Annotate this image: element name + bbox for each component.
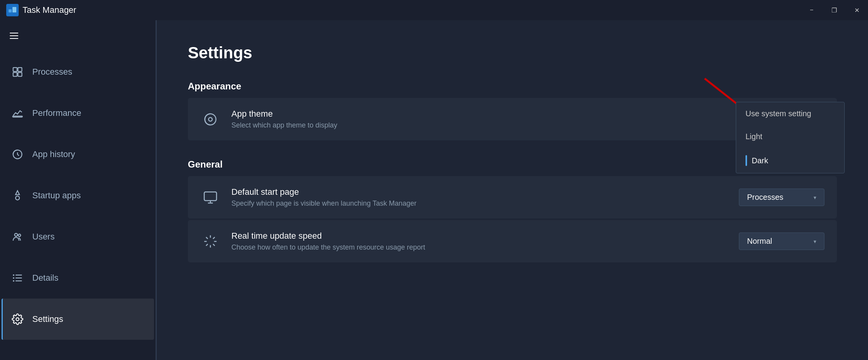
startup-apps-label: Startup apps [32, 190, 81, 201]
svg-point-9 [16, 196, 19, 200]
main-layout: Processes Performance App history [0, 20, 868, 360]
sidebar-item-processes[interactable]: Processes [2, 51, 154, 93]
theme-option-dark[interactable]: Dark [736, 148, 844, 173]
history-icon [10, 147, 24, 161]
theme-option-dark-label: Dark [752, 156, 768, 165]
theme-dropdown-overlay[interactable]: Use system setting Light Dark [736, 102, 845, 173]
window-controls: − ❐ ✕ [800, 0, 868, 20]
svg-rect-7 [13, 116, 23, 117]
content-area: Settings Appearance App theme Select whi… [157, 20, 868, 360]
chevron-down-icon-2: ▾ [814, 238, 816, 245]
real-time-value: Normal [747, 237, 772, 246]
app-history-label: App history [32, 149, 75, 159]
svg-point-17 [13, 280, 14, 282]
svg-point-20 [208, 117, 212, 121]
default-start-page-label: Default start page [231, 187, 739, 197]
menu-icon [10, 33, 18, 39]
svg-rect-3 [13, 68, 17, 72]
app-theme-icon [200, 109, 220, 129]
app-icon [6, 4, 19, 16]
svg-rect-4 [18, 68, 22, 72]
svg-point-16 [13, 277, 14, 279]
svg-rect-5 [13, 72, 17, 76]
performance-label: Performance [32, 108, 81, 118]
title-bar: Task Manager − ❐ ✕ [0, 0, 868, 20]
page-title: Settings [188, 44, 837, 62]
sidebar-item-details[interactable]: Details [2, 257, 154, 299]
svg-rect-21 [204, 192, 217, 200]
svg-point-10 [15, 233, 18, 236]
minimize-button[interactable]: − [800, 0, 823, 20]
svg-point-15 [13, 274, 14, 276]
list-icon [10, 271, 24, 285]
sidebar-item-startup-apps[interactable]: Startup apps [2, 175, 154, 216]
svg-rect-2 [12, 7, 16, 12]
real-time-desc: Choose how often to update the system re… [231, 243, 739, 252]
hamburger-button[interactable] [3, 25, 25, 47]
default-start-page-value: Processes [747, 193, 783, 202]
grid-icon [10, 65, 24, 79]
theme-option-light[interactable]: Light [736, 125, 844, 148]
nav-items: Processes Performance App history [0, 51, 156, 340]
details-label: Details [32, 273, 58, 283]
theme-option-system-label: Use system setting [746, 109, 811, 118]
default-start-page-control: Processes ▾ [739, 189, 824, 206]
sidebar-item-users[interactable]: Users [2, 216, 154, 257]
selected-indicator [746, 155, 747, 166]
maximize-button[interactable]: ❐ [823, 0, 845, 20]
svg-point-18 [16, 318, 19, 321]
svg-point-11 [18, 234, 21, 236]
sidebar-item-performance[interactable]: Performance [2, 93, 154, 134]
real-time-dropdown[interactable]: Normal ▾ [739, 232, 824, 250]
theme-option-system[interactable]: Use system setting [736, 102, 844, 125]
close-button[interactable]: ✕ [845, 0, 868, 20]
theme-option-light-label: Light [746, 132, 762, 141]
chart-icon [10, 106, 24, 120]
default-start-page-row: Default start page Specify which page is… [188, 176, 837, 218]
chevron-down-icon: ▾ [814, 194, 816, 201]
appearance-section-title: Appearance [188, 81, 837, 92]
real-time-icon [200, 231, 220, 252]
users-label: Users [32, 232, 54, 242]
real-time-control: Normal ▾ [739, 232, 824, 250]
svg-rect-1 [9, 9, 12, 12]
default-start-page-text: Default start page Specify which page is… [231, 187, 739, 208]
default-start-page-icon [200, 187, 220, 208]
real-time-text: Real time update speed Choose how often … [231, 231, 739, 252]
processes-label: Processes [32, 67, 72, 77]
default-start-page-desc: Specify which page is visible when launc… [231, 199, 739, 208]
general-section: General Default start page Specify which… [188, 159, 837, 262]
real-time-update-row: Real time update speed Choose how often … [188, 220, 837, 262]
svg-rect-6 [18, 72, 22, 76]
default-start-page-dropdown[interactable]: Processes ▾ [739, 189, 824, 206]
sidebar-item-settings[interactable]: Settings [2, 299, 154, 340]
settings-label: Settings [32, 314, 63, 324]
sidebar-item-app-history[interactable]: App history [2, 134, 154, 175]
app-title: Task Manager [23, 5, 76, 15]
real-time-label: Real time update speed [231, 231, 739, 241]
startup-icon [10, 189, 24, 203]
gear-icon [10, 312, 24, 326]
users-icon [10, 230, 24, 244]
sidebar: Processes Performance App history [0, 20, 156, 360]
